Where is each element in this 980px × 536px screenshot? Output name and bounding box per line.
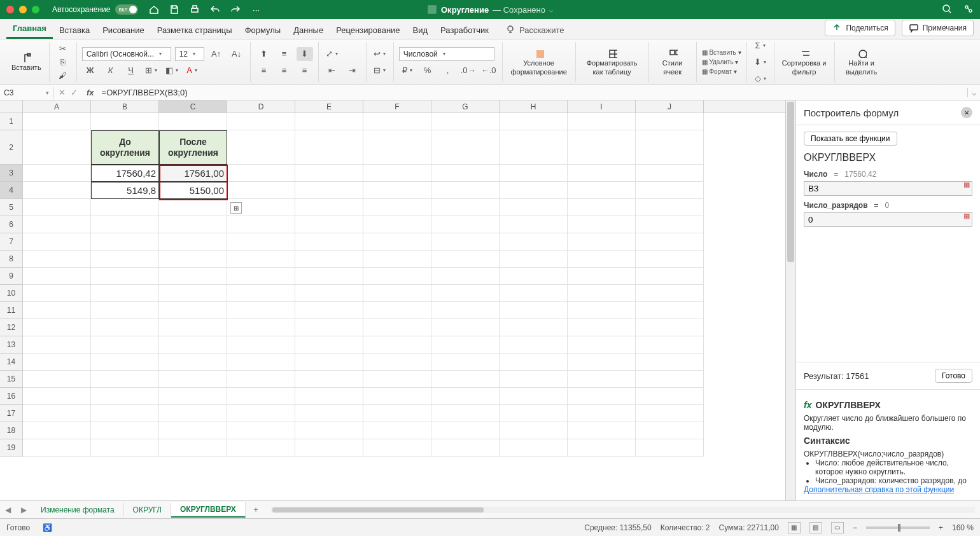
- format-painter-icon[interactable]: 🖌: [55, 70, 71, 81]
- fullscreen-window[interactable]: [32, 6, 39, 13]
- row-15[interactable]: 15: [0, 371, 23, 388]
- col-c[interactable]: C: [159, 100, 227, 113]
- tab-developer[interactable]: Разработчик: [434, 22, 495, 39]
- expand-formula-icon[interactable]: ⌵: [967, 88, 980, 97]
- percent-icon[interactable]: %: [419, 64, 436, 78]
- row-3[interactable]: 3: [0, 165, 23, 182]
- cut-icon[interactable]: ✂: [55, 43, 71, 54]
- minimize-window[interactable]: [19, 6, 27, 13]
- col-g[interactable]: G: [431, 100, 500, 113]
- formula-bar[interactable]: =ОКРУГЛВВЕРХ(B3;0): [98, 86, 967, 99]
- arg2-input[interactable]: [804, 212, 972, 227]
- fill-color-button[interactable]: ◧: [164, 64, 180, 78]
- horizontal-scrollbar[interactable]: [271, 507, 975, 513]
- col-b[interactable]: B: [91, 100, 159, 113]
- row-2[interactable]: 2: [0, 130, 23, 165]
- add-sheet-icon[interactable]: ＋: [246, 504, 266, 515]
- align-middle-icon[interactable]: ≡: [276, 47, 293, 61]
- row-19[interactable]: 19: [0, 439, 23, 457]
- undo-icon[interactable]: [209, 4, 221, 15]
- more-help-link[interactable]: Дополнительная справка по этой функции: [804, 485, 954, 494]
- find-select-button[interactable]: Найти и выделить: [840, 46, 883, 77]
- clear-icon[interactable]: ◇: [752, 72, 769, 86]
- align-top-icon[interactable]: ⬆: [256, 47, 272, 61]
- accessibility-icon[interactable]: ♿: [43, 523, 52, 532]
- tab-view[interactable]: Вид: [407, 22, 435, 39]
- comments-button[interactable]: Примечания: [902, 20, 974, 36]
- name-box[interactable]: C3▾: [0, 87, 53, 99]
- row-8[interactable]: 8: [0, 251, 23, 268]
- col-f[interactable]: F: [363, 100, 431, 113]
- row-13[interactable]: 13: [0, 336, 23, 354]
- row-5[interactable]: 5: [0, 199, 23, 216]
- cell-c4[interactable]: 5150,00: [159, 182, 227, 199]
- confirm-icon[interactable]: ✓: [71, 88, 78, 97]
- row-6[interactable]: 6: [0, 216, 23, 233]
- prev-sheet-icon[interactable]: ◀: [0, 505, 16, 514]
- sheet-tab-1[interactable]: Изменение формата: [32, 503, 124, 517]
- cancel-icon[interactable]: ✕: [59, 88, 66, 97]
- normal-view-icon[interactable]: ▦: [788, 522, 801, 533]
- spreadsheet[interactable]: A B C D E F G H I J 1 2 До округления По…: [0, 100, 785, 500]
- autosave-toggle[interactable]: вкл.: [115, 4, 138, 15]
- orientation-icon[interactable]: ⤢: [324, 47, 340, 61]
- share-button[interactable]: Поделиться: [825, 20, 895, 36]
- zoom-level[interactable]: 160 %: [952, 523, 974, 532]
- show-all-functions-button[interactable]: Показать все функции: [804, 132, 897, 146]
- tab-review[interactable]: Рецензирование: [330, 22, 406, 39]
- decrease-indent-icon[interactable]: ⇤: [324, 64, 340, 78]
- redo-icon[interactable]: [230, 4, 241, 15]
- tab-layout[interactable]: Разметка страницы: [151, 22, 239, 39]
- collab-icon[interactable]: [963, 4, 974, 16]
- increase-font-icon[interactable]: A↑: [208, 47, 225, 61]
- save-icon[interactable]: [169, 4, 180, 15]
- vertical-scrollbar[interactable]: [785, 100, 795, 500]
- row-4[interactable]: 4: [0, 182, 23, 199]
- autosum-icon[interactable]: Σ: [752, 39, 769, 53]
- cell-c2[interactable]: После округления: [159, 130, 227, 165]
- cell-b2[interactable]: До округления: [91, 130, 159, 165]
- insert-cells-button[interactable]: ▦ Вставить ▾: [702, 49, 741, 56]
- chevron-down-icon[interactable]: ⌵: [549, 6, 553, 13]
- sheet-tab-3[interactable]: ОКРУГЛВВЕРХ: [171, 502, 246, 518]
- font-size-selector[interactable]: 12: [175, 47, 204, 61]
- col-j[interactable]: J: [636, 100, 704, 113]
- more-icon[interactable]: ···: [250, 4, 262, 15]
- row-10[interactable]: 10: [0, 285, 23, 302]
- align-right-icon[interactable]: ≡: [297, 64, 313, 78]
- zoom-in-icon[interactable]: +: [939, 523, 943, 532]
- row-17[interactable]: 17: [0, 405, 23, 422]
- col-h[interactable]: H: [500, 100, 568, 113]
- close-panel-icon[interactable]: ✕: [961, 107, 972, 118]
- zoom-out-icon[interactable]: −: [853, 523, 857, 532]
- decrease-decimal-icon[interactable]: ←.0: [480, 64, 497, 78]
- row-14[interactable]: 14: [0, 354, 23, 371]
- close-window[interactable]: [6, 6, 14, 13]
- select-all-corner[interactable]: [0, 100, 23, 113]
- align-left-icon[interactable]: ≡: [256, 64, 272, 78]
- fill-icon[interactable]: ⬇: [752, 55, 769, 69]
- conditional-format-button[interactable]: Условное форматирование: [508, 46, 570, 77]
- col-a[interactable]: A: [23, 100, 91, 113]
- next-sheet-icon[interactable]: ▶: [16, 505, 32, 514]
- tab-draw[interactable]: Рисование: [96, 22, 150, 39]
- arg1-input[interactable]: [804, 181, 972, 196]
- cell-styles-button[interactable]: Стили ячеек: [654, 46, 691, 77]
- cell-b3[interactable]: 17560,42: [91, 165, 159, 182]
- format-cells-button[interactable]: ▦ Формат ▾: [702, 68, 737, 75]
- cell-b4[interactable]: 5149,8: [91, 182, 159, 199]
- done-button[interactable]: Готово: [935, 369, 972, 383]
- autofill-options-icon[interactable]: ⊞: [230, 202, 242, 214]
- wrap-text-icon[interactable]: ↩: [372, 47, 388, 61]
- row-9[interactable]: 9: [0, 268, 23, 285]
- font-color-button[interactable]: A: [184, 64, 200, 78]
- sort-filter-button[interactable]: Сортировка и фильтр: [780, 46, 829, 77]
- row-1[interactable]: 1: [0, 113, 23, 130]
- number-format-selector[interactable]: Числовой: [399, 47, 494, 61]
- copy-icon[interactable]: ⎘: [55, 57, 71, 67]
- merge-cells-icon[interactable]: ⊟: [372, 64, 388, 78]
- border-button[interactable]: ⊞: [143, 64, 160, 78]
- format-table-button[interactable]: Форматировать как таблицу: [581, 46, 643, 77]
- bold-button[interactable]: Ж: [82, 64, 99, 78]
- paste-button[interactable]: Вставить: [9, 51, 44, 73]
